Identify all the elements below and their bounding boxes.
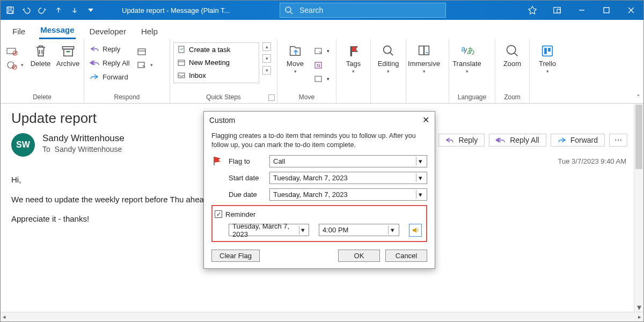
svg-line-10	[13, 52, 17, 55]
group-label-delete: Delete	[4, 93, 80, 103]
up-arrow-icon[interactable]	[54, 6, 63, 14]
dialog-title: Custom	[209, 116, 235, 125]
svg-rect-7	[604, 8, 609, 13]
dialog-description: Flagging creates a to-do item that remin…	[211, 131, 427, 150]
maximize-button[interactable]	[594, 1, 619, 20]
reminder-checkbox[interactable]: ✓	[215, 210, 222, 218]
from-name: Sandy Writtenhouse	[42, 133, 125, 144]
reminder-time-dropdown[interactable]: 4:00 PM▾	[319, 224, 399, 236]
group-label-language: Language	[452, 93, 492, 103]
qs-new-meeting[interactable]: New Meeting	[174, 56, 259, 69]
svg-rect-2	[8, 11, 12, 13]
svg-rect-37	[548, 48, 551, 52]
ribbon: ▾ Delete Archive Delete Reply Reply All	[1, 39, 643, 104]
sound-icon[interactable]	[409, 224, 422, 237]
quick-steps-gallery[interactable]: Create a task New Meeting Inbox	[173, 42, 259, 83]
start-date-label: Start date	[229, 174, 269, 182]
reminder-label: Reminder	[225, 210, 255, 218]
group-label-move: Move	[281, 93, 333, 103]
archive-button[interactable]: Archive	[55, 42, 80, 68]
forward-button[interactable]: Forward	[87, 70, 132, 83]
svg-point-34	[507, 46, 515, 54]
qat-customize-icon[interactable]	[86, 6, 95, 14]
qs-down-icon[interactable]: ▾	[262, 54, 271, 63]
start-date-dropdown[interactable]: Tuesday, March 7, 2023▾	[269, 172, 427, 184]
svg-rect-15	[63, 49, 72, 56]
reminder-section: ✓ Reminder Tuesday, March 7, 2023▾ 4:00 …	[211, 205, 427, 242]
reply-all-action[interactable]: Reply All	[489, 134, 546, 147]
trello-button[interactable]: Trello▾	[533, 42, 562, 74]
flag-to-dropdown[interactable]: Call▾	[269, 155, 427, 167]
svg-text:N: N	[317, 63, 320, 68]
junk-button[interactable]: ▾	[4, 58, 26, 71]
menu-bar: File Message Developer Help	[1, 20, 643, 39]
delete-button[interactable]: Delete	[28, 42, 53, 68]
undo-icon[interactable]	[22, 6, 31, 14]
svg-rect-5	[557, 9, 560, 13]
tab-developer[interactable]: Developer	[89, 24, 127, 39]
tab-file[interactable]: File	[11, 24, 26, 39]
save-icon[interactable]	[6, 6, 14, 14]
svg-rect-1	[8, 7, 11, 9]
tags-button[interactable]: Tags▾	[340, 42, 367, 74]
onenote-button[interactable]: N	[312, 58, 332, 71]
reply-button[interactable]: Reply	[87, 42, 132, 55]
tab-message[interactable]: Message	[39, 22, 75, 39]
collapse-ribbon-icon[interactable]: ˄	[636, 93, 640, 102]
actions-button[interactable]: ▾	[312, 72, 332, 85]
qs-inbox[interactable]: Inbox	[174, 69, 259, 82]
forward-action[interactable]: Forward	[551, 134, 605, 147]
qs-create-task[interactable]: Create a task	[174, 43, 259, 56]
search-icon	[284, 6, 293, 14]
premium-icon[interactable]	[520, 1, 545, 20]
more-actions-button[interactable]: ⋯	[609, 134, 627, 147]
svg-rect-19	[138, 62, 144, 68]
group-label-respond: Respond	[87, 93, 166, 103]
svg-point-11	[8, 62, 14, 68]
horizontal-scrollbar[interactable]: ◂▸	[1, 312, 643, 321]
qs-up-icon[interactable]: ▴	[262, 42, 271, 51]
clear-flag-button[interactable]: Clear Flag	[211, 250, 260, 262]
qs-more-icon[interactable]: ▾	[262, 66, 271, 75]
ok-button[interactable]: OK	[338, 250, 380, 262]
rules-button[interactable]: ▾	[312, 45, 332, 57]
immersive-button[interactable]: Immersive▾	[409, 42, 438, 74]
cancel-button[interactable]: Cancel	[385, 250, 427, 262]
svg-point-3	[286, 7, 291, 12]
reply-action[interactable]: Reply	[438, 134, 485, 147]
svg-rect-20	[179, 46, 184, 53]
editing-button[interactable]: Editing▾	[374, 42, 402, 74]
to-line: To Sandy Writtenhouse	[42, 145, 125, 153]
meeting-button[interactable]	[134, 45, 155, 57]
svg-rect-28	[315, 76, 321, 82]
reminder-date-dropdown[interactable]: Tuesday, March 7, 2023▾	[229, 224, 309, 236]
search-box[interactable]: Search	[280, 3, 446, 18]
reply-all-button[interactable]: Reply All	[87, 56, 132, 69]
vertical-scrollbar[interactable]: ▾	[634, 104, 643, 312]
due-date-dropdown[interactable]: Tuesday, March 7, 2023▾	[269, 188, 427, 201]
down-arrow-icon[interactable]	[70, 6, 79, 14]
ribbon-display-icon[interactable]	[545, 1, 569, 20]
mail-date: Tue 3/7/2023 9:40 AM	[558, 157, 626, 165]
more-respond-button[interactable]: ▾	[134, 58, 155, 71]
flag-icon	[211, 155, 229, 167]
dialog-launcher-icon[interactable]	[268, 94, 275, 101]
title-bar: Update report - Message (Plain T... Sear…	[1, 1, 643, 20]
due-date-label: Due date	[229, 191, 269, 199]
minimize-button[interactable]	[569, 1, 594, 20]
move-button[interactable]: Move▾	[281, 42, 310, 74]
svg-rect-21	[178, 60, 185, 65]
avatar: SW	[11, 133, 35, 157]
zoom-button[interactable]: Zoom	[499, 42, 526, 68]
svg-rect-25	[315, 48, 321, 54]
translate-button[interactable]: aあTranslate▾	[452, 42, 481, 74]
tab-help[interactable]: Help	[140, 24, 159, 39]
ignore-button[interactable]	[4, 45, 26, 57]
svg-rect-17	[138, 49, 145, 55]
close-button[interactable]	[619, 1, 643, 20]
redo-icon[interactable]	[38, 6, 47, 14]
search-placeholder: Search	[299, 6, 323, 14]
group-label-zoom: Zoom	[499, 93, 526, 103]
dialog-close-button[interactable]: ✕	[422, 115, 429, 125]
custom-flag-dialog: Custom ✕ Flagging creates a to-do item t…	[203, 111, 435, 269]
